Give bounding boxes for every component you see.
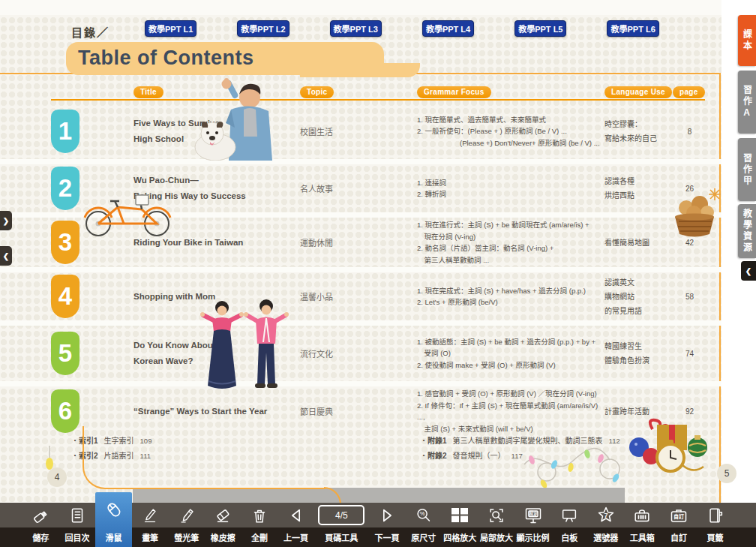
zoom-percent-icon: % — [414, 503, 434, 527]
tool-pen[interactable]: 畫筆 — [132, 503, 169, 547]
side-tab-workbook-jia[interactable]: 習作甲 — [738, 138, 756, 201]
tool-number-picker[interactable]: 7 選號器 — [587, 503, 624, 547]
unit4-language-use: 認識英文 購物網站 的常見用語 — [604, 275, 673, 318]
page-title: Table of Contents — [78, 47, 254, 70]
book-page-number-right: 5 — [717, 464, 736, 483]
pen-icon — [140, 503, 160, 527]
whiteboard-icon — [560, 503, 579, 527]
unit5-page: 74 — [673, 350, 706, 358]
row-separator — [0, 267, 722, 272]
number-picker-icon: 7 — [596, 503, 616, 527]
prev-page-icon — [286, 503, 306, 527]
row-separator — [0, 159, 722, 164]
svg-text:自訂: 自訂 — [674, 513, 684, 520]
left-panel-expand-icon[interactable]: ❯ — [0, 211, 12, 230]
unit1-topic: 校園生活 — [300, 125, 417, 137]
next-page-icon — [377, 503, 397, 527]
tool-prev-page[interactable]: 上一頁 — [278, 503, 314, 547]
ebook-reader: 目錄／ Table of Contents 教學PPT L1 教學PPT L2 … — [0, 0, 756, 547]
tool-delete-all[interactable]: 全刪 — [242, 503, 278, 547]
side-tab-workbook-a[interactable]: 習作A — [738, 71, 756, 134]
unit6-page: 92 — [673, 407, 706, 416]
tool-mouse[interactable]: 滑鼠 — [95, 492, 132, 547]
tool-area-zoom[interactable]: 局部放大 — [478, 503, 515, 547]
unit3-language-use: 看懂簡易地圖 — [604, 236, 673, 250]
unit2-language-use: 認識各種 烘焙西點 — [604, 174, 673, 203]
highlighter-icon — [177, 503, 196, 527]
tool-eraser[interactable]: 橡皮擦 — [205, 503, 242, 547]
unit6-grammar: 1. 感官動詞 + 受詞 (O) + 原形動詞 (V) ／現在分詞 (V-ing… — [417, 388, 604, 434]
ppt-tab-l5[interactable]: 教學PPT L5 — [514, 20, 566, 37]
tool-toolbox[interactable]: 工具箱 — [624, 503, 661, 547]
toc-header-row: Title Topic Grammar Focus Language Use p… — [0, 84, 756, 98]
column-header-page: page — [673, 86, 705, 98]
appendix-list: ・附錄1第三人稱單數動詞字尾變化規則、動詞三態表112 ・附錄2發音規則（一）1… — [420, 434, 620, 464]
unit3-page: 42 — [673, 239, 706, 247]
tool-save[interactable]: 儲存 — [22, 503, 59, 547]
unit1-page: 8 — [673, 128, 706, 136]
column-header-title: Title — [134, 86, 164, 98]
tool-next-page[interactable]: 下一頁 — [369, 503, 406, 547]
unit1-title: Five Ways to Survive High School — [134, 116, 300, 147]
unit2-page: 26 — [673, 185, 706, 193]
unit1-number: 1 — [51, 110, 80, 153]
eraser-icon — [213, 503, 232, 527]
appendix-item: ・附錄1第三人稱單數動詞字尾變化規則、動詞三態表112 — [420, 434, 620, 449]
right-panel-collapse-icon[interactable]: ❮ — [741, 261, 756, 281]
side-tab-teaching-resources[interactable]: 教學資源 — [738, 204, 756, 258]
unit1-grammar: 1. 現在簡單式、過去簡單式、未來簡單式 2. 一般祈使句：(Please + … — [417, 114, 604, 149]
tool-four-pane-zoom[interactable]: 四格放大 — [442, 503, 478, 547]
unit4-grammar: 1. 現在完成式：主詞 (S) + have/has + 過去分詞 (p.p.)… — [417, 285, 604, 308]
tool-page-number[interactable]: 4/5 頁碼工具 — [314, 503, 369, 547]
unit6-topic: 節日慶典 — [300, 405, 417, 417]
svg-text:固定: 固定 — [528, 509, 538, 516]
unit2-number: 2 — [51, 167, 80, 210]
unit4-title: Shopping with Mom — [134, 289, 300, 305]
unit3-grammar: 1. 現在進行式：主詞 (S) + be 動詞現在式 (am/are/is) +… — [417, 219, 604, 266]
unit5-number: 5 — [51, 332, 80, 375]
tool-back-to-toc[interactable]: 回目次 — [59, 503, 96, 547]
ppt-tab-row: 教學PPT L1 教學PPT L2 教學PPT L3 教學PPT L4 教學PP… — [145, 20, 659, 37]
toc-row-unit1[interactable]: 1 Five Ways to Survive High School 校園生活 … — [0, 104, 722, 159]
tool-highlighter[interactable]: 螢光筆 — [168, 503, 205, 547]
appendix-item: ・附錄2發音規則（一）117 — [420, 449, 620, 464]
unit4-page: 58 — [673, 293, 706, 301]
mouse-icon — [104, 492, 124, 527]
unit2-topic: 名人故事 — [300, 182, 417, 194]
row-separator — [0, 320, 722, 326]
toc-row-unit2[interactable]: 2 Wu Pao-Chun— Baking His Way to Success… — [0, 164, 722, 212]
four-pane-icon — [448, 503, 471, 527]
toc-row-unit5[interactable]: 5 Do You Know About the Korean Wave? 流行文… — [0, 326, 722, 381]
side-tab-textbook[interactable]: 課本 — [738, 15, 756, 66]
page-number-value[interactable]: 4/5 — [318, 505, 364, 525]
tool-page-tabs[interactable]: 頁籤 — [697, 503, 734, 547]
page-top-margin — [0, 0, 722, 15]
ppt-tab-l2[interactable]: 教學PPT L2 — [237, 20, 289, 37]
book-page-number-left: 4 — [47, 467, 67, 487]
tool-custom[interactable]: 自訂 自訂 — [661, 503, 698, 547]
toc-rows: 1 Five Ways to Survive High School 校園生活 … — [0, 104, 722, 436]
ppt-tab-l4[interactable]: 教學PPT L4 — [422, 20, 474, 37]
unit2-title: Wu Pao-Chun— Baking His Way to Success — [134, 173, 300, 204]
unit5-topic: 流行文化 — [300, 347, 417, 359]
toc-row-unit3[interactable]: 3 Riding Your Bike in Taiwan 運動休閒 1. 現在進… — [0, 218, 722, 267]
catalog-label: 目錄／ — [71, 24, 110, 40]
ppt-tab-l3[interactable]: 教學PPT L3 — [330, 20, 382, 37]
toc-list-icon — [68, 503, 87, 527]
page-number-box: 4/5 — [318, 503, 364, 527]
tool-display-ratio[interactable]: 固定 顯示比例 — [514, 503, 551, 547]
left-panel-collapse-icon[interactable]: ❮ — [0, 246, 12, 266]
tool-whiteboard[interactable]: 白板 — [551, 503, 588, 547]
unit6-language-use: 計畫跨年活動 — [604, 404, 673, 419]
unit1-language-use: 時空膠囊： 寫給未來的自己 — [604, 117, 673, 146]
column-header-language-use: Language Use — [604, 86, 672, 98]
svg-text:7: 7 — [604, 512, 608, 519]
ppt-tab-l6[interactable]: 教學PPT L6 — [607, 20, 658, 37]
column-header-grammar-focus: Grammar Focus — [417, 86, 491, 98]
custom-toolbox-icon: 自訂 — [668, 503, 689, 527]
tool-original-size[interactable]: % 原尺寸 — [405, 503, 442, 547]
ppt-tab-l1[interactable]: 教學PPT L1 — [145, 20, 196, 37]
toc-row-unit4[interactable]: 4 Shopping with Mom 溫馨小品 1. 現在完成式：主詞 (S)… — [0, 272, 722, 320]
area-zoom-icon — [487, 503, 506, 527]
unit4-number: 4 — [51, 275, 80, 318]
